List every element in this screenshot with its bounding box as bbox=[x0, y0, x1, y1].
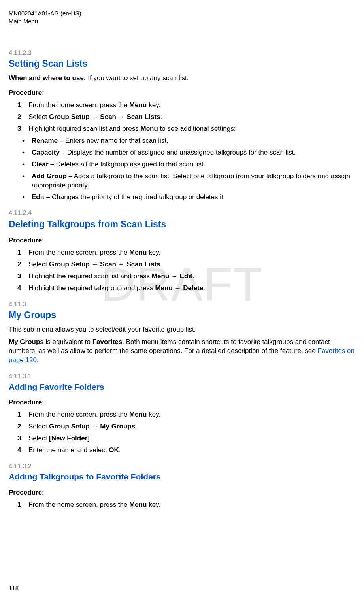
step-bold: Menu bbox=[140, 125, 158, 132]
chapter-name: Main Menu bbox=[9, 17, 355, 25]
step-text: to see additional settings: bbox=[158, 125, 236, 132]
option-name: Add Group bbox=[32, 172, 67, 180]
section-title: My Groups bbox=[9, 309, 355, 321]
step-text: key. bbox=[147, 249, 161, 256]
step-number: 3 bbox=[17, 434, 21, 443]
step-number: 1 bbox=[17, 410, 21, 419]
procedure-step: 3Highlight required scan list and press … bbox=[17, 125, 355, 134]
procedure-step: 1From the home screen, press the Menu ke… bbox=[17, 248, 355, 257]
step-text: Highlight the required talkgroup and pre… bbox=[28, 284, 155, 292]
option-desc: – Enters new name for that scan list. bbox=[58, 137, 168, 144]
body-text: is equivalent to bbox=[44, 338, 92, 345]
doc-id: MN002041A01-AG (en-US) bbox=[9, 9, 355, 17]
list-item: Edit – Changes the priority of the requi… bbox=[21, 193, 355, 202]
step-number: 1 bbox=[17, 101, 21, 110]
option-desc: – Deletes all the talkgroup assigned to … bbox=[49, 160, 206, 168]
option-desc: – Adds a talkgroup to the scan list. Sel… bbox=[32, 172, 350, 189]
step-text: . bbox=[135, 423, 137, 430]
procedure-step: 3Highlight the required scan list and pr… bbox=[17, 272, 355, 281]
procedure-step: 2Select Group Setup → Scan → Scan Lists. bbox=[17, 260, 355, 269]
step-text: . bbox=[192, 272, 194, 280]
step-number: 2 bbox=[17, 422, 21, 431]
section-number: 4.11.3 bbox=[9, 300, 355, 309]
step-text: Highlight the required scan list and pre… bbox=[28, 272, 152, 280]
procedure-list: 1From the home screen, press the Menu ke… bbox=[17, 248, 355, 293]
page-number: 118 bbox=[9, 584, 19, 592]
step-bold: OK bbox=[109, 446, 119, 454]
step-bold: Menu → Edit bbox=[152, 272, 192, 280]
list-item: Rename – Enters new name for that scan l… bbox=[21, 136, 355, 145]
list-item: Capacity – Displays the number of assign… bbox=[21, 148, 355, 157]
step-text: . bbox=[119, 446, 121, 454]
step-bold: Group Setup → Scan → Scan Lists bbox=[49, 113, 160, 121]
section-number: 4.11.2.3 bbox=[9, 49, 355, 57]
step-text: Select bbox=[28, 423, 49, 430]
step-text: key. bbox=[147, 501, 161, 508]
procedure-step: 2Select Group Setup → Scan → Scan Lists. bbox=[17, 113, 355, 122]
procedure-list: 1From the home screen, press the Menu ke… bbox=[17, 500, 355, 510]
procedure-list: 1From the home screen, press the Menu ke… bbox=[17, 410, 355, 455]
option-desc: – Displays the number of assigned and un… bbox=[60, 149, 296, 156]
step-number: 1 bbox=[17, 500, 21, 510]
procedure-step: 1From the home screen, press the Menu ke… bbox=[17, 410, 355, 419]
option-desc: – Changes the priority of the required t… bbox=[44, 193, 225, 201]
step-number: 1 bbox=[17, 248, 21, 257]
step-text: . bbox=[160, 113, 162, 121]
when-label: When and where to use: bbox=[9, 74, 86, 82]
step-bold: Group Setup → My Groups bbox=[49, 423, 135, 430]
step-bold: Menu bbox=[129, 249, 147, 256]
section-body: My Groups is equivalent to Favorites. Bo… bbox=[9, 338, 355, 365]
procedure-step: 4Highlight the required talkgroup and pr… bbox=[17, 284, 355, 293]
procedure-step: 1From the home screen, press the Menu ke… bbox=[17, 500, 355, 510]
step-text: Enter the name and select bbox=[28, 446, 109, 454]
step-text: From the home screen, press the bbox=[28, 501, 129, 508]
step-bold: [New Folder] bbox=[49, 434, 90, 442]
section-title: Setting Scan Lists bbox=[9, 58, 355, 70]
procedure-label: Procedure: bbox=[9, 89, 355, 98]
page-header: MN002041A01-AG (en-US) Main Menu bbox=[9, 9, 355, 26]
step-bold: Menu bbox=[129, 501, 147, 508]
body-text: . bbox=[37, 356, 39, 364]
option-name: Edit bbox=[32, 193, 44, 201]
procedure-label: Procedure: bbox=[9, 488, 355, 497]
step-number: 3 bbox=[17, 125, 21, 134]
section-title: Adding Favorite Folders bbox=[9, 381, 355, 393]
section-intro: This sub-menu allows you to select/edit … bbox=[9, 325, 355, 334]
procedure-step: 1From the home screen, press the Menu ke… bbox=[17, 101, 355, 110]
section-title: Deleting Talkgroups from Scan Lists bbox=[9, 218, 355, 230]
when-where-to-use: When and where to use: If you want to se… bbox=[9, 74, 355, 83]
section-number: 4.11.2.4 bbox=[9, 209, 355, 217]
step-text: Select bbox=[28, 434, 49, 442]
section-title: Adding Talkgroups to Favorite Folders bbox=[9, 471, 355, 482]
step-text: Select bbox=[28, 260, 49, 268]
step-text: From the home screen, press the bbox=[28, 249, 129, 256]
procedure-step: 2Select Group Setup → My Groups. bbox=[17, 422, 355, 431]
procedure-step: 4Enter the name and select OK. bbox=[17, 446, 355, 455]
step-bold: Menu bbox=[129, 411, 147, 418]
option-name: Capacity bbox=[32, 149, 60, 156]
step-text: key. bbox=[147, 411, 161, 418]
procedure-list: 1From the home screen, press the Menu ke… bbox=[17, 101, 355, 134]
step-text: . bbox=[90, 434, 92, 442]
body-bold: My Groups bbox=[9, 338, 44, 345]
step-text: Highlight required scan list and press bbox=[28, 125, 140, 132]
step-bold: Menu → Delete bbox=[155, 284, 203, 292]
step-text: . bbox=[160, 260, 162, 268]
when-text: If you want to set up any scan list. bbox=[86, 74, 189, 82]
step-text: . bbox=[203, 284, 205, 292]
step-number: 2 bbox=[17, 113, 21, 122]
step-bold: Menu bbox=[129, 101, 147, 109]
step-text: From the home screen, press the bbox=[28, 101, 129, 109]
step-number: 2 bbox=[17, 260, 21, 269]
procedure-step: 3Select [New Folder]. bbox=[17, 434, 355, 443]
section-number: 4.11.3.1 bbox=[9, 372, 355, 381]
step-text: From the home screen, press the bbox=[28, 411, 129, 418]
step-bold: Group Setup → Scan → Scan Lists bbox=[49, 260, 160, 268]
list-item: Clear – Deletes all the talkgroup assign… bbox=[21, 160, 355, 169]
step-text: Select bbox=[28, 113, 49, 121]
body-bold: Favorites bbox=[92, 338, 123, 345]
option-name: Rename bbox=[32, 137, 58, 144]
option-name: Clear bbox=[32, 160, 49, 168]
procedure-label: Procedure: bbox=[9, 236, 355, 245]
procedure-label: Procedure: bbox=[9, 398, 355, 407]
